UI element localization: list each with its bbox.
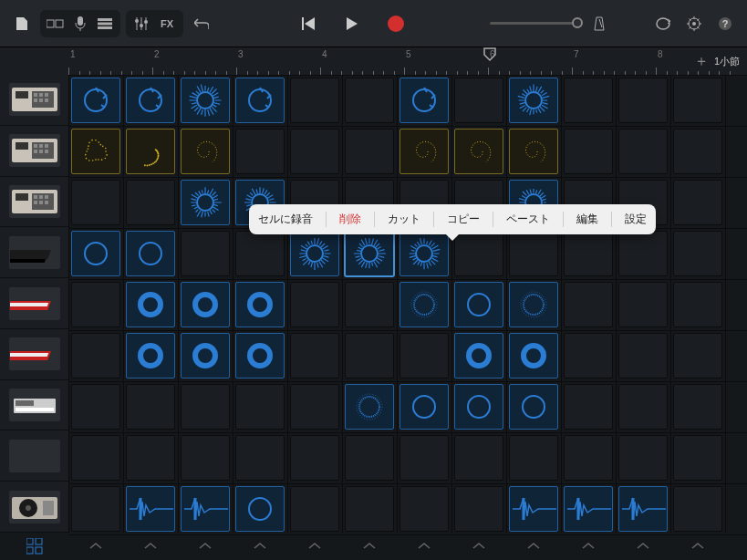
tracks-button[interactable] <box>94 13 116 35</box>
track-header-drum-machine-1[interactable] <box>0 75 68 126</box>
menu-item[interactable]: 編集 <box>576 212 598 227</box>
track-header-keys-2[interactable] <box>0 278 68 329</box>
menu-item[interactable]: 設定 <box>625 212 647 227</box>
loop-cell[interactable] <box>509 435 558 481</box>
loop-cell[interactable] <box>564 129 613 174</box>
length-label[interactable]: 1小節 <box>714 55 740 68</box>
loop-cell[interactable] <box>454 231 503 276</box>
loop-cell[interactable] <box>673 282 722 327</box>
column-trigger[interactable] <box>178 543 233 550</box>
loop-cell[interactable] <box>564 231 613 276</box>
loop-cell[interactable] <box>345 129 394 174</box>
loop-cell[interactable] <box>618 78 668 123</box>
loop-cell[interactable] <box>290 486 339 532</box>
loop-cell[interactable] <box>509 282 558 327</box>
loop-cell[interactable] <box>181 486 230 532</box>
column-trigger[interactable] <box>123 543 178 550</box>
loop-cell[interactable] <box>509 129 558 174</box>
grid-view-toggle[interactable] <box>0 538 68 555</box>
loop-cell[interactable] <box>564 78 613 123</box>
loop-cell[interactable] <box>509 231 558 276</box>
loop-cell[interactable] <box>235 435 285 481</box>
track-header-empty[interactable] <box>0 430 68 482</box>
loop-cell[interactable] <box>673 486 722 532</box>
loop-cell[interactable] <box>454 486 503 532</box>
loop-cell[interactable] <box>509 486 558 532</box>
play-button[interactable] <box>339 11 365 36</box>
loop-cell[interactable] <box>71 282 120 327</box>
menu-item[interactable]: カット <box>388 212 420 227</box>
column-trigger[interactable] <box>397 543 451 550</box>
live-loops-grid[interactable] <box>68 75 747 533</box>
loop-cell[interactable] <box>290 384 339 430</box>
undo-button[interactable] <box>189 11 214 36</box>
help-button[interactable]: ? <box>712 11 738 36</box>
loop-cell[interactable] <box>454 129 503 174</box>
column-trigger[interactable] <box>68 543 123 550</box>
loop-cell[interactable] <box>618 486 668 532</box>
loop-cell[interactable] <box>290 333 339 379</box>
loop-cell[interactable] <box>235 129 285 174</box>
track-header-keys-3[interactable] <box>0 329 68 380</box>
column-trigger[interactable] <box>342 543 397 550</box>
menu-item[interactable]: コピー <box>447 212 480 227</box>
loop-cell[interactable] <box>673 129 722 174</box>
loop-cell[interactable] <box>126 333 175 379</box>
loop-cell[interactable] <box>673 180 722 225</box>
column-trigger[interactable] <box>616 543 670 550</box>
loop-cell[interactable] <box>71 129 120 174</box>
volume-slider[interactable] <box>490 22 581 25</box>
track-header-turntable[interactable] <box>0 482 68 533</box>
loop-cell[interactable] <box>235 78 285 123</box>
loop-cell[interactable] <box>290 231 339 276</box>
loop-cell[interactable] <box>235 282 285 327</box>
loop-cell[interactable] <box>564 486 613 532</box>
loop-cell[interactable] <box>126 384 175 430</box>
loop-cell[interactable] <box>345 486 394 532</box>
loop-cell[interactable] <box>71 231 120 276</box>
loop-cell[interactable] <box>126 231 175 276</box>
view-mode-button[interactable] <box>45 13 67 35</box>
loop-cell[interactable] <box>564 333 613 379</box>
loop-cell[interactable] <box>618 231 668 276</box>
loop-cell[interactable] <box>399 333 449 379</box>
loop-cell[interactable] <box>618 384 668 430</box>
loop-cell[interactable] <box>235 384 285 430</box>
loop-cell[interactable] <box>399 129 449 174</box>
menu-item[interactable]: ペースト <box>506 212 550 227</box>
loop-cell[interactable] <box>126 282 175 327</box>
loop-cell[interactable] <box>290 78 339 123</box>
loop-cell[interactable] <box>235 231 285 276</box>
loop-cell[interactable] <box>71 78 120 123</box>
loop-cell[interactable] <box>181 231 230 276</box>
loop-cell[interactable] <box>71 333 120 379</box>
loop-cell[interactable] <box>509 333 558 379</box>
column-trigger[interactable] <box>561 543 616 550</box>
loop-cell[interactable] <box>345 435 394 481</box>
loop-cell[interactable] <box>673 435 722 481</box>
track-header-synth[interactable] <box>0 380 68 431</box>
playhead-marker[interactable] <box>483 47 500 64</box>
loop-cell[interactable] <box>509 384 558 430</box>
menu-item[interactable]: 削除 <box>339 212 361 227</box>
loop-cell[interactable] <box>126 129 175 174</box>
track-header-drum-machine-3[interactable] <box>0 177 68 228</box>
loop-cell[interactable] <box>71 435 120 481</box>
loop-cell[interactable] <box>618 282 668 327</box>
track-header-keys-1[interactable] <box>0 227 68 278</box>
ruler-track[interactable]: 12345678 <box>68 47 694 75</box>
loop-cell[interactable] <box>399 282 449 327</box>
loop-cell[interactable] <box>126 180 175 225</box>
loop-cell[interactable] <box>345 78 394 123</box>
loop-cell[interactable] <box>290 282 339 327</box>
loop-cell[interactable] <box>399 231 449 276</box>
loop-cell[interactable] <box>454 78 503 123</box>
loop-cell[interactable] <box>235 486 285 532</box>
loop-cell[interactable] <box>126 78 175 123</box>
loop-cell[interactable] <box>618 333 668 379</box>
loop-cell[interactable] <box>564 435 613 481</box>
loop-cell[interactable] <box>454 333 503 379</box>
microphone-button[interactable] <box>69 13 91 35</box>
loop-cell[interactable] <box>673 231 722 276</box>
loop-cell[interactable] <box>290 129 339 174</box>
